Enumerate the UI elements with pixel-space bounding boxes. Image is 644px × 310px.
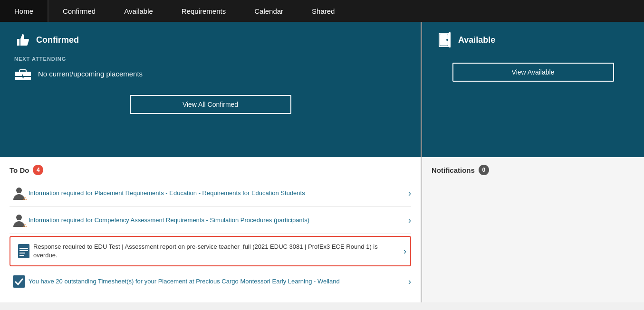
svg-rect-11 (19, 248, 28, 249)
person-warn-icon: ⚠ (10, 187, 29, 200)
chevron-right-icon: › (408, 277, 411, 287)
notifications-section: Notifications 0 (422, 157, 644, 302)
nav-shared[interactable]: Shared (298, 0, 349, 22)
svg-point-6 (446, 39, 448, 41)
todo-item[interactable]: You have 20 outstanding Timesheet(s) for… (10, 268, 411, 295)
chevron-right-icon: › (408, 216, 411, 225)
svg-rect-14 (19, 255, 24, 256)
next-attending-label: NEXT ATTENDING (14, 56, 406, 62)
thumbs-up-icon (14, 31, 31, 48)
checkbox-icon (10, 275, 29, 288)
view-available-button[interactable]: View Available (452, 63, 614, 82)
nav-available[interactable]: Available (110, 0, 167, 22)
available-panel: Available View Available (422, 22, 644, 157)
todo-item-text: You have 20 outstanding Timesheet(s) for… (29, 277, 404, 286)
svg-point-8 (16, 188, 22, 193)
nav-calendar[interactable]: Calendar (240, 0, 298, 22)
panels-row: Confirmed NEXT ATTENDING No current/upco… (0, 22, 644, 157)
svg-point-9 (16, 215, 22, 220)
chevron-right-icon: › (404, 246, 406, 256)
todo-section: To Do 4 ⚠ Information required for Place… (0, 157, 422, 302)
nav-requirements[interactable]: Requirements (167, 0, 240, 22)
todo-item[interactable]: ⚠ Information required for Competency As… (10, 207, 411, 234)
svg-rect-12 (19, 250, 28, 251)
chevron-right-icon: › (408, 188, 411, 198)
document-icon (14, 244, 33, 258)
svg-rect-13 (19, 253, 25, 254)
svg-rect-15 (13, 275, 25, 288)
confirmed-panel: Confirmed NEXT ATTENDING No current/upco… (0, 22, 422, 157)
todo-item-text: Information required for Competency Asse… (29, 216, 404, 225)
no-placements-row: No current/upcoming placements (14, 66, 406, 81)
svg-rect-1 (19, 70, 26, 73)
notifications-badge: 0 (479, 165, 489, 175)
confirmed-panel-header: Confirmed (14, 31, 406, 48)
nav-home[interactable]: Home (0, 0, 48, 22)
door-icon (436, 31, 453, 48)
todo-item-text: Response required to EDU Test | Assessme… (33, 243, 399, 260)
person-warn-icon: ⚠ (10, 214, 29, 227)
todo-item[interactable]: ⚠ Information required for Placement Req… (10, 180, 411, 207)
view-all-confirmed-button[interactable]: View All Confirmed (130, 95, 291, 114)
notifications-header: Notifications 0 (432, 165, 634, 175)
main-nav: Home Confirmed Available Requirements Ca… (0, 0, 644, 22)
nav-confirmed[interactable]: Confirmed (48, 0, 110, 22)
available-panel-header: Available (436, 31, 630, 48)
todo-item-text: Information required for Placement Requi… (29, 189, 404, 197)
svg-rect-7 (449, 32, 451, 47)
bottom-area: To Do 4 ⚠ Information required for Place… (0, 157, 644, 302)
todo-item-highlighted[interactable]: Response required to EDU Test | Assessme… (10, 236, 411, 266)
todo-header: To Do 4 (10, 165, 411, 175)
briefcase-icon (14, 66, 31, 81)
todo-badge: 4 (33, 165, 43, 175)
